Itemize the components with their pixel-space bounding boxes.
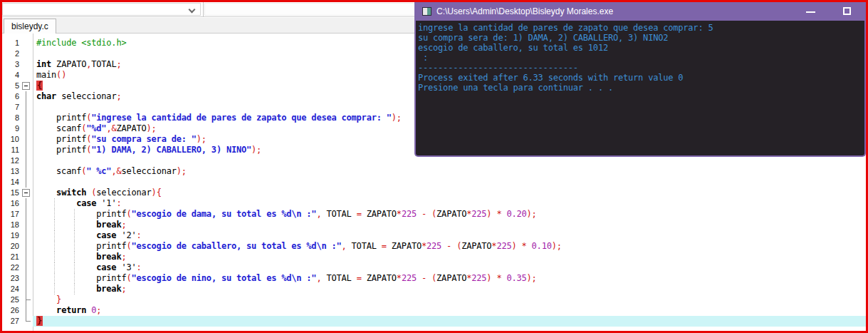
line-number[interactable]: 11 <box>2 145 21 155</box>
line-number[interactable]: 4 <box>2 70 21 81</box>
line-number[interactable]: 12 <box>2 155 21 166</box>
line-number[interactable]: 8 <box>2 113 21 123</box>
console-window: C:\Users\Admin\Desktop\Bisleydy Morales.… <box>414 2 866 157</box>
fold-line <box>21 70 33 81</box>
line-number[interactable]: 19 <box>2 230 21 241</box>
fold-line <box>21 145 33 155</box>
fold-box-icon[interactable] <box>22 189 30 197</box>
indent-guide <box>54 252 55 262</box>
line-number[interactable]: 15 <box>2 188 21 198</box>
console-titlebar[interactable]: C:\Users\Admin\Desktop\Bisleydy Morales.… <box>414 2 866 21</box>
line-number[interactable]: 17 <box>2 209 21 220</box>
console-line: Presione una tecla para continuar . . . <box>418 83 864 93</box>
console-line: : <box>418 53 864 63</box>
editor-row: 17 printf("escogio de dama, su total es … <box>2 209 866 220</box>
editor-row: 19 case '2': <box>2 230 866 241</box>
fold-line <box>21 177 33 188</box>
fold-line <box>21 209 33 220</box>
line-number[interactable]: 1 <box>2 38 21 48</box>
fold-line <box>21 113 33 123</box>
line-number[interactable]: 13 <box>2 166 21 177</box>
line-number[interactable]: 3 <box>2 59 21 70</box>
indent-guide <box>74 209 75 220</box>
console-line: ingrese la cantidad de pares de zapato q… <box>418 23 864 33</box>
fold-collapse-icon[interactable] <box>21 81 33 91</box>
indent-guide <box>54 241 55 252</box>
line-number[interactable]: 27 <box>2 316 21 327</box>
indent-guide <box>54 209 55 220</box>
fold-line <box>21 198 33 209</box>
console-title: C:\Users\Admin\Desktop\Bisleydy Morales.… <box>436 6 613 16</box>
code-line[interactable]: break; <box>33 220 866 230</box>
fold-line <box>21 134 33 145</box>
maximize-button[interactable] <box>835 2 859 21</box>
line-number[interactable]: 23 <box>2 273 21 284</box>
fold-line <box>21 305 33 316</box>
tab-label: bisleydy.c <box>11 21 48 31</box>
line-number[interactable]: 14 <box>2 177 21 188</box>
line-number[interactable]: 2 <box>2 48 21 59</box>
code-line[interactable]: } <box>33 316 866 327</box>
chevron-down-icon[interactable] <box>189 6 196 14</box>
tab-bisleydy-c[interactable]: bisleydy.c <box>4 19 56 34</box>
compiler-combobox[interactable] <box>2 3 201 16</box>
line-number[interactable]: 9 <box>2 123 21 134</box>
code-line[interactable]: case '1': <box>33 198 866 209</box>
code-line[interactable]: switch (seleccionar){ <box>33 188 866 198</box>
editor-row: 21 break; <box>2 252 866 262</box>
code-line[interactable]: case '3': <box>33 262 866 273</box>
code-line[interactable]: printf("escogio de dama, su total es %d\… <box>33 209 866 220</box>
indent-guide <box>54 273 55 284</box>
console-line: Process exited after 6.33 seconds with r… <box>418 73 864 83</box>
editor-row: 16 case '1': <box>2 198 866 209</box>
code-line[interactable] <box>33 155 866 166</box>
line-number[interactable]: 7 <box>2 102 21 113</box>
console-line: -------------------------------- <box>418 63 864 73</box>
editor-row: 23 printf("escogio de nino, su total es … <box>2 273 866 284</box>
indent-guide <box>54 220 55 230</box>
code-line[interactable]: break; <box>33 252 866 262</box>
fold-line <box>21 262 33 273</box>
console-exe-icon <box>422 7 432 16</box>
fold-line <box>21 230 33 241</box>
indent-guide <box>74 252 75 262</box>
code-line[interactable]: case '2': <box>33 230 866 241</box>
line-number[interactable]: 25 <box>2 294 21 305</box>
console-output[interactable]: ingrese la cantidad de pares de zapato q… <box>416 21 864 155</box>
line-number[interactable]: 16 <box>2 198 21 209</box>
line-number[interactable]: 26 <box>2 305 21 316</box>
indent-guide <box>74 241 75 252</box>
fold-line <box>21 294 33 305</box>
editor-row: 14 <box>2 177 866 188</box>
line-number[interactable]: 6 <box>2 91 21 102</box>
code-line[interactable] <box>33 177 866 188</box>
editor-row: 22 case '3': <box>2 262 866 273</box>
fold-line <box>21 273 33 284</box>
editor-row: 12 <box>2 155 866 166</box>
console-line: escogio de caballero, su total es 1012 <box>418 43 864 53</box>
screenshot-frame: bisleydy.c 1#include <stdio.h>23int ZAPA… <box>0 0 868 333</box>
minimize-button[interactable] <box>799 2 823 21</box>
fold-line <box>21 166 33 177</box>
code-line[interactable]: return 0; <box>33 305 866 316</box>
code-line[interactable]: scanf(" %c",&seleccionar); <box>33 166 866 177</box>
line-number[interactable]: 5 <box>2 81 21 91</box>
fold-line <box>21 252 33 262</box>
line-number[interactable]: 24 <box>2 284 21 294</box>
code-line[interactable]: break; <box>33 284 866 294</box>
fold-line <box>21 102 33 113</box>
indent-guide <box>54 284 55 294</box>
fold-box-icon[interactable] <box>22 82 30 90</box>
line-number[interactable]: 22 <box>2 262 21 273</box>
line-number[interactable]: 10 <box>2 134 21 145</box>
fold-collapse-icon[interactable] <box>21 188 33 198</box>
line-number[interactable]: 20 <box>2 241 21 252</box>
fold-line <box>21 284 33 294</box>
indent-guide <box>74 230 75 241</box>
code-line[interactable]: } <box>33 294 866 305</box>
code-line[interactable]: printf("escogio de caballero, su total e… <box>33 241 866 252</box>
code-line[interactable]: printf("escogio de nino, su total es %d\… <box>33 273 866 284</box>
editor-row: 15 switch (seleccionar){ <box>2 188 866 198</box>
line-number[interactable]: 21 <box>2 252 21 262</box>
line-number[interactable]: 18 <box>2 220 21 230</box>
